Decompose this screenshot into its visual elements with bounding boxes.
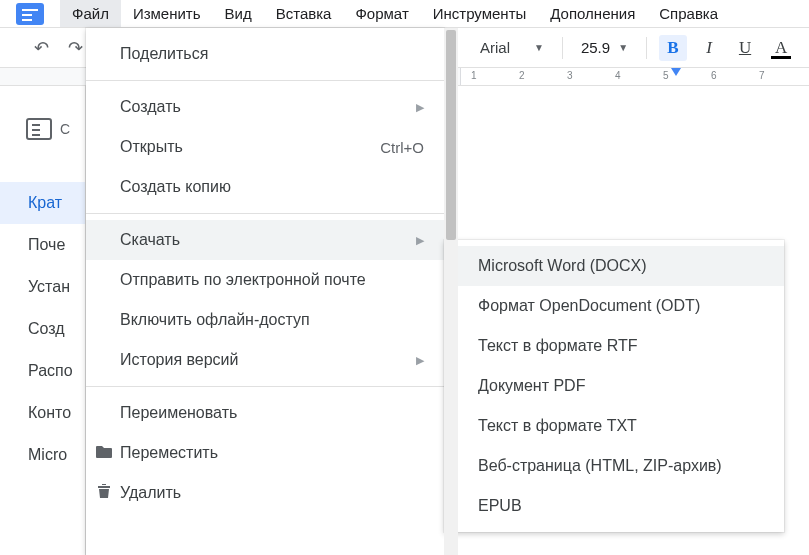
menu-share[interactable]: Поделиться bbox=[86, 34, 444, 74]
menu-version-history[interactable]: История версий ▶ bbox=[86, 340, 444, 380]
trash-icon bbox=[94, 483, 114, 503]
chevron-right-icon: ▶ bbox=[416, 101, 424, 114]
menu-формат[interactable]: Формат bbox=[343, 0, 420, 27]
app-logo[interactable] bbox=[0, 0, 60, 27]
bold-button[interactable]: B bbox=[659, 35, 687, 61]
undo-icon[interactable]: ↶ bbox=[28, 35, 54, 61]
download-submenu: Microsoft Word (DOCX)Формат OpenDocument… bbox=[444, 240, 784, 532]
separator bbox=[86, 80, 444, 81]
menubar: ФайлИзменитьВидВставкаФорматИнструментыД… bbox=[60, 0, 730, 27]
outline-sidebar: С КратПочеУстанСоздРаспоКонтоMicro bbox=[0, 86, 86, 555]
scrollbar-thumb[interactable] bbox=[446, 30, 456, 240]
ruler-tick: 1 bbox=[471, 70, 477, 81]
menu-инструменты[interactable]: Инструменты bbox=[421, 0, 539, 27]
ruler-page-area: 1234567 bbox=[460, 68, 809, 85]
menu-make-copy[interactable]: Создать копию bbox=[86, 167, 444, 207]
menu-rename[interactable]: Переименовать bbox=[86, 393, 444, 433]
outline-item[interactable]: Крат bbox=[0, 182, 85, 224]
outline-item[interactable]: Конто bbox=[0, 392, 85, 434]
file-menu-dropdown: Поделиться Создать ▶ Открыть Ctrl+O Созд… bbox=[86, 28, 444, 555]
text-color-button[interactable]: A bbox=[767, 35, 795, 61]
chevron-right-icon: ▶ bbox=[416, 234, 424, 247]
folder-icon bbox=[94, 444, 114, 463]
redo-icon[interactable]: ↷ bbox=[62, 35, 88, 61]
font-size-value: 25.9 bbox=[581, 39, 610, 56]
menu-scrollbar[interactable] bbox=[444, 28, 458, 555]
outline-item[interactable]: Устан bbox=[0, 266, 85, 308]
chevron-down-icon: ▼ bbox=[534, 42, 544, 53]
menu-вид[interactable]: Вид bbox=[213, 0, 264, 27]
chevron-down-icon: ▼ bbox=[618, 42, 628, 53]
outline-list: КратПочеУстанСоздРаспоКонтоMicro bbox=[0, 182, 85, 476]
menu-email[interactable]: Отправить по электронной почте bbox=[86, 260, 444, 300]
font-family-select[interactable]: Arial ▼ bbox=[474, 35, 550, 61]
outline-item[interactable]: Созд bbox=[0, 308, 85, 350]
app-header: ФайлИзменитьВидВставкаФорматИнструментыД… bbox=[0, 0, 809, 28]
download-option[interactable]: Формат OpenDocument (ODT) bbox=[444, 286, 784, 326]
menu-дополнения[interactable]: Дополнения bbox=[538, 0, 647, 27]
menu-move[interactable]: Переместить bbox=[86, 433, 444, 473]
ruler-tick: 6 bbox=[711, 70, 717, 81]
ruler-tick: 5 bbox=[663, 70, 669, 81]
chevron-right-icon: ▶ bbox=[416, 354, 424, 367]
separator bbox=[86, 213, 444, 214]
italic-button[interactable]: I bbox=[695, 35, 723, 61]
menu-offline[interactable]: Включить офлайн-доступ bbox=[86, 300, 444, 340]
download-option[interactable]: Текст в формате TXT bbox=[444, 406, 784, 446]
font-family-value: Arial bbox=[480, 39, 510, 56]
outline-item[interactable]: Micro bbox=[0, 434, 85, 476]
menu-create[interactable]: Создать ▶ bbox=[86, 87, 444, 127]
download-option[interactable]: Веб-страница (HTML, ZIP-архив) bbox=[444, 446, 784, 486]
outline-item[interactable]: Распо bbox=[0, 350, 85, 392]
ruler-tick: 2 bbox=[519, 70, 525, 81]
download-option[interactable]: Документ PDF bbox=[444, 366, 784, 406]
menu-delete[interactable]: Удалить bbox=[86, 473, 444, 513]
outline-toggle-icon[interactable] bbox=[26, 118, 52, 140]
download-option[interactable]: Microsoft Word (DOCX) bbox=[444, 246, 784, 286]
menu-файл[interactable]: Файл bbox=[60, 0, 121, 27]
underline-button[interactable]: U bbox=[731, 35, 759, 61]
docs-icon bbox=[16, 3, 44, 25]
menu-download[interactable]: Скачать ▶ bbox=[86, 220, 444, 260]
separator bbox=[646, 37, 647, 59]
menu-изменить[interactable]: Изменить bbox=[121, 0, 213, 27]
ruler-tick: 4 bbox=[615, 70, 621, 81]
menu-справка[interactable]: Справка bbox=[647, 0, 730, 27]
menu-вставка[interactable]: Вставка bbox=[264, 0, 344, 27]
download-option[interactable]: EPUB bbox=[444, 486, 784, 526]
outline-toggle-label: С bbox=[60, 121, 70, 137]
font-size-select[interactable]: 25.9 ▼ bbox=[575, 35, 634, 61]
ruler-tick: 7 bbox=[759, 70, 765, 81]
menu-open[interactable]: Открыть Ctrl+O bbox=[86, 127, 444, 167]
shortcut-hint: Ctrl+O bbox=[380, 139, 424, 156]
download-option[interactable]: Текст в формате RTF bbox=[444, 326, 784, 366]
ruler-tick: 3 bbox=[567, 70, 573, 81]
separator bbox=[86, 386, 444, 387]
outline-item[interactable]: Поче bbox=[0, 224, 85, 266]
indent-marker-icon[interactable] bbox=[671, 68, 681, 76]
separator bbox=[562, 37, 563, 59]
